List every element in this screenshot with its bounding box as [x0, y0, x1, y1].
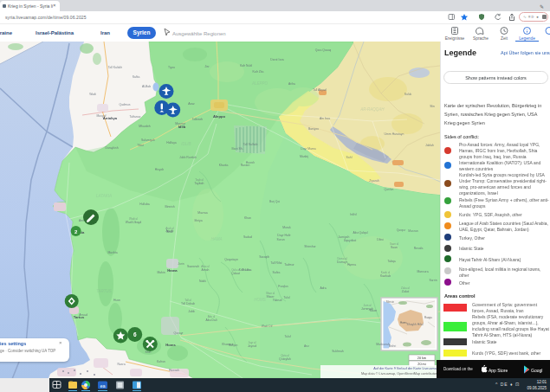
svg-text:Ereignisse: Ereignisse — [445, 36, 465, 41]
svg-text:Qastun: Qastun — [385, 188, 394, 191]
svg-text:Sawanah: Sawanah — [187, 265, 199, 268]
svg-text:Raqqa: Raqqa — [424, 316, 432, 319]
svg-text:Hulluba: Hulluba — [139, 202, 150, 206]
svg-text:Qutayfah: Qutayfah — [279, 357, 291, 361]
svg-text:Atna al: Atna al — [201, 265, 210, 268]
svg-text:Binnish: Binnish — [165, 205, 174, 209]
svg-text:Maskanah: Maskanah — [376, 343, 390, 346]
svg-text:Azaz: Azaz — [188, 102, 195, 106]
svg-text:Bishri: Bishri — [389, 344, 397, 348]
svg-text:Atnah: Atnah — [202, 268, 210, 272]
svg-text:Jurin: Jurin — [178, 262, 184, 266]
svg-text:IDLIB: IDLIB — [181, 142, 191, 146]
svg-text:App Store: App Store — [489, 368, 508, 373]
svg-text:Mahin: Mahin — [157, 271, 165, 274]
svg-text:Al-Bab: Al-Bab — [142, 85, 151, 88]
svg-text:Qusayr: Qusayr — [174, 331, 184, 335]
svg-text:Wadi Ubayd: Wadi Ubayd — [126, 221, 141, 224]
svg-text:Dibsi: Dibsi — [377, 238, 384, 241]
svg-text:Tabqa: Tabqa — [387, 260, 395, 263]
svg-text:Zakat: Zakat — [402, 290, 410, 293]
svg-text:Hawsh: Hawsh — [246, 161, 255, 164]
svg-text:Abu al: Abu al — [208, 315, 216, 318]
svg-text:Mansura: Mansura — [417, 270, 428, 273]
svg-text:Qalaat: Qalaat — [231, 272, 240, 275]
svg-text:Sahl: Sahl — [346, 156, 353, 159]
svg-text:Sukhnah: Sukhnah — [332, 350, 343, 353]
svg-text:ea: ea — [100, 383, 106, 389]
svg-text:Dayr Mama: Dayr Mama — [301, 147, 316, 151]
svg-text:Tiyas: Tiyas — [168, 66, 175, 69]
svg-text:Duma al: Duma al — [337, 257, 347, 260]
svg-text:Tadmur: Tadmur — [284, 263, 294, 267]
svg-text:Anz: Anz — [304, 344, 309, 348]
svg-text:20 km: 20 km — [417, 357, 426, 360]
svg-text:Yabrud: Yabrud — [273, 299, 282, 302]
svg-text:HOMS: HOMS — [254, 298, 266, 302]
svg-text:Manbij: Manbij — [300, 155, 308, 158]
svg-text:Auf der Karte § Verlauf der Ka: Auf der Karte § Verlauf der Karte Liveua… — [373, 367, 438, 370]
svg-text:Rahjan: Rahjan — [229, 344, 238, 347]
svg-text:Uqayribat: Uqayribat — [344, 239, 357, 242]
svg-text:Barri Sh.: Barri Sh. — [231, 147, 243, 151]
svg-text:Mashta: Mashta — [107, 251, 117, 254]
svg-text:TARTUS: TARTUS — [96, 289, 112, 293]
svg-text:Resafa: Resafa — [414, 247, 424, 250]
svg-text:Tall Rifat: Tall Rifat — [270, 261, 281, 265]
svg-text:Husn: Husn — [113, 299, 120, 302]
svg-text:Abu Dali: Abu Dali — [206, 318, 217, 322]
svg-text:Tibat: Tibat — [137, 144, 143, 147]
svg-text:Googl: Googl — [531, 368, 542, 373]
svg-text:Talaf: Talaf — [284, 335, 290, 338]
svg-text:HAMA: HAMA — [210, 237, 222, 241]
svg-text:Jarniyah: Jarniyah — [339, 235, 350, 239]
svg-text:Baniyas: Baniyas — [308, 127, 319, 131]
svg-text:Nabk: Nabk — [199, 280, 206, 283]
svg-text:Kawkab: Kawkab — [380, 274, 391, 278]
svg-text:Tall Salhab: Tall Salhab — [243, 143, 258, 146]
svg-text:Safira: Safira — [273, 271, 281, 274]
svg-text:Zeit: Zeit — [501, 36, 508, 41]
svg-text:Wadi: Wadi — [89, 93, 96, 96]
svg-text:Taybah: Taybah — [195, 182, 204, 185]
svg-text:Halfaya: Halfaya — [166, 141, 177, 145]
svg-text:Hawash: Hawash — [169, 369, 179, 372]
svg-text:Legende: Legende — [519, 36, 535, 41]
svg-text:Tayb al: Tayb al — [195, 178, 204, 182]
svg-text:Ariha: Ariha — [288, 82, 295, 86]
svg-text:Quta al: Quta al — [281, 354, 289, 357]
svg-text:Wadi Dif: Wadi Dif — [262, 325, 273, 328]
svg-text:Shinshar: Shinshar — [304, 245, 316, 248]
svg-text:Ithriya: Ithriya — [194, 219, 202, 222]
svg-text:Slin: Slin — [430, 105, 435, 108]
svg-text:Kafr Nubl: Kafr Nubl — [240, 64, 252, 67]
svg-text:ALEPPO: ALEPPO — [251, 81, 269, 86]
svg-text:Salamiyah: Salamiyah — [141, 138, 155, 142]
svg-text:Ain Issa: Ain Issa — [320, 117, 330, 120]
svg-text:Kafr Zita: Kafr Zita — [253, 70, 264, 74]
svg-text:Tall Dahab: Tall Dahab — [181, 302, 195, 305]
svg-text:Qaryatayn: Qaryatayn — [224, 258, 238, 261]
svg-text:Inkhil: Inkhil — [350, 213, 357, 216]
svg-text:Kafrun: Kafrun — [157, 360, 165, 363]
svg-text:Ziyarah: Ziyarah — [369, 179, 379, 183]
svg-text:Mersin: Mersin — [386, 300, 394, 304]
svg-text:Dayr Hafir: Dayr Hafir — [277, 234, 291, 237]
svg-text:Antakya: Antakya — [103, 116, 118, 120]
svg-text:Jurn al: Jurn al — [363, 304, 371, 307]
svg-text:Tall Kalakh: Tall Kalakh — [108, 66, 123, 69]
svg-text:Saan: Saan — [391, 246, 398, 249]
svg-text:Sarrin: Sarrin — [429, 279, 437, 282]
svg-text:AR-RAQQAH: AR-RAQQAH — [359, 107, 385, 112]
svg-text:Shatha: Shatha — [242, 268, 251, 272]
svg-text:Murak: Murak — [282, 226, 291, 229]
svg-text:Hisyah: Hisyah — [155, 168, 164, 171]
svg-text:Aleppo: Aleppo — [213, 114, 226, 119]
svg-text:Taftanaz: Taftanaz — [130, 115, 141, 119]
svg-text:Hamra: Hamra — [347, 263, 356, 267]
svg-text:Tall al: Tall al — [184, 299, 191, 302]
svg-text:Wadi al: Wadi al — [129, 217, 138, 221]
svg-text:Safita: Safita — [133, 75, 140, 79]
svg-text:Suluk: Suluk — [404, 93, 412, 96]
svg-text:Hama: Hama — [167, 268, 178, 273]
